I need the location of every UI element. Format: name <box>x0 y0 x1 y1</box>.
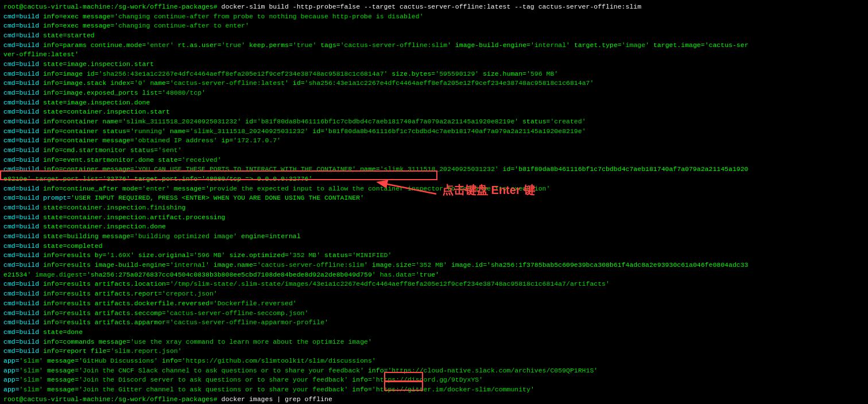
terminal-line: cmd=build state=container.inspection.art… <box>3 213 865 223</box>
terminal-line: cmd=build info=container status='running… <box>3 127 865 137</box>
terminal-line: cmd=build info=cmd.startmonitor status='… <box>3 146 865 156</box>
terminal-line: root@cactus-virtual-machine:/sg-work/off… <box>3 395 865 404</box>
terminal-line: cmd=build info=report file='slim.report.… <box>3 347 865 356</box>
terminal-line: cmd=build state=completed <box>3 242 865 251</box>
terminal-line: root@cactus-virtual-machine:/sg-work/off… <box>3 2 865 12</box>
terminal-line: cmd=build info=event.startmonitor.done s… <box>3 156 865 165</box>
terminal-line: cmd=build state=started <box>3 31 865 41</box>
terminal-line: e21534' image.digest='sha256:275a0276837… <box>3 270 865 280</box>
terminal-line: cmd=build info=results artifacts.dockerf… <box>3 299 865 309</box>
terminal-line: cmd=build info=results by='1.69X' size.o… <box>3 251 865 261</box>
terminal-line: cmd=build info=params continue.mode='ent… <box>3 41 865 50</box>
terminal-line: cmd=build info=exec message='changing co… <box>3 12 865 22</box>
terminal-line: cmd=build info=results artifacts.apparmo… <box>3 318 865 328</box>
terminal-line: cmd=build state=building message='buildi… <box>3 232 865 242</box>
terminal-line: cmd=build info=results artifacts.report=… <box>3 289 865 299</box>
terminal-line: cmd=build info=results artifacts.locatio… <box>3 279 865 289</box>
terminal-line: cmd=build state=container.inspection.fin… <box>3 203 865 213</box>
terminal-line: cmd=build info=results image-build-engin… <box>3 261 865 270</box>
terminal-line: cmd=build state=container.inspection.don… <box>3 222 865 232</box>
terminal-line: cmd=build info=image id='sha256:43e1a1c2… <box>3 69 865 79</box>
terminal: root@cactus-virtual-machine:/sg-work/off… <box>0 0 868 404</box>
terminal-line: cmd=build state=image.inspection.start <box>3 60 865 69</box>
terminal-line: ver-offline:latest' <box>3 50 865 60</box>
terminal-line: app='slim' message='Join the Discord ser… <box>3 375 865 385</box>
terminal-line: cmd=build state=image.inspection.done <box>3 98 865 108</box>
terminal-line: cmd=build info=container message='YOU CA… <box>3 165 865 174</box>
terminal-line: cmd=build info=results artifacts.seccomp… <box>3 309 865 318</box>
terminal-line: app='slim' message='GitHub Discussions' … <box>3 356 865 366</box>
terminal-line: app='slim' message='Join the Gitter chan… <box>3 385 865 395</box>
terminal-line: cmd=build info=exec message='changing co… <box>3 21 865 31</box>
terminal-line: cmd=build info=image.stack index='0' nam… <box>3 79 865 88</box>
terminal-line: cmd=build info=continue_after mode='ente… <box>3 184 865 194</box>
terminal-line: cmd=build prompt='USER INPUT REQUIRED, P… <box>3 193 865 203</box>
terminal-line: cmd=build state=container.inspection.sta… <box>3 107 865 117</box>
terminal-line: cmd=build info=container message='obtain… <box>3 136 865 146</box>
terminal-line: e8219e' target.port.list='32776' target.… <box>3 174 865 184</box>
terminal-line: app='slim' message='Join the CNCF Slack … <box>3 366 865 376</box>
terminal-line: cmd=build info=commands message='use the… <box>3 337 865 347</box>
terminal-line: cmd=build info=container name='slimk_311… <box>3 117 865 127</box>
terminal-line: cmd=build info=image.exposed_ports list=… <box>3 88 865 98</box>
terminal-line: cmd=build state=done <box>3 328 865 337</box>
